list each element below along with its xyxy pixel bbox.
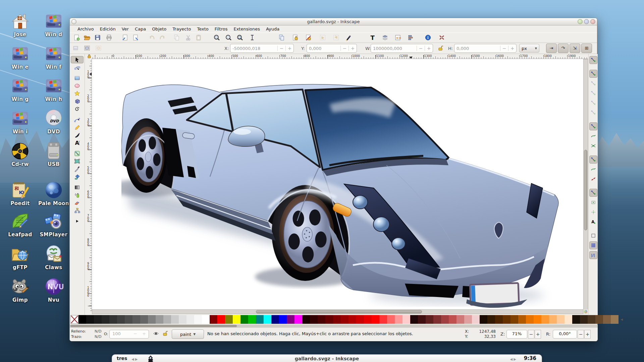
seldiff-icon[interactable]: [333, 34, 340, 42]
open-icon[interactable]: [84, 34, 91, 42]
palette-swatch[interactable]: [418, 315, 426, 324]
palette-swatch[interactable]: [341, 315, 348, 324]
ibeam-icon[interactable]: [249, 34, 256, 42]
zoom-field[interactable]: 71%: [506, 330, 527, 339]
tool-tweak[interactable]: [71, 158, 84, 165]
tool-dropper[interactable]: [71, 165, 84, 173]
tool-text[interactable]: A: [71, 139, 84, 146]
taskbar-window-title[interactable]: gallardo.svgz - Inkscape: [112, 356, 542, 361]
desktop-icon-gimp[interactable]: Gimp: [1, 276, 39, 303]
layers-icon[interactable]: [382, 34, 389, 42]
fillstroke-icon[interactable]: [345, 34, 353, 42]
desktop-icon-win-d[interactable]: Win d: [35, 10, 72, 38]
window-titlebar[interactable]: gallardo.svgz - Inkscape: [70, 18, 597, 25]
palette-swatch[interactable]: [426, 315, 433, 324]
pref-icon[interactable]: [438, 34, 446, 42]
palette-swatch[interactable]: [333, 315, 341, 324]
snap-others-button[interactable]: [589, 189, 597, 197]
xml-icon[interactable]: <>: [394, 34, 402, 42]
snap-smooth-button[interactable]: [589, 165, 597, 173]
palette-swatch[interactable]: [611, 315, 619, 324]
selsame-icon[interactable]: [319, 34, 327, 42]
tool-node[interactable]: [71, 64, 84, 71]
no-color-swatch[interactable]: [70, 315, 78, 324]
palette-swatch[interactable]: [163, 315, 171, 324]
tool-spiral[interactable]: [71, 105, 84, 113]
palette-swatch[interactable]: [379, 315, 387, 324]
text-icon[interactable]: T: [369, 34, 376, 42]
import-icon[interactable]: [122, 34, 129, 42]
new-icon[interactable]: [73, 34, 80, 42]
y-field[interactable]: 0,000 −+: [307, 44, 357, 53]
vertical-ruler[interactable]: 1002003004005006007008009001000: [87, 59, 92, 311]
snap-bbox-corner-button[interactable]: [589, 89, 597, 97]
palette-swatch[interactable]: [225, 315, 233, 324]
save-icon[interactable]: [94, 34, 102, 42]
menu-texto[interactable]: Texto: [194, 26, 212, 32]
desktop-icon-usb[interactable]: USB: [35, 140, 72, 167]
palette-swatch[interactable]: [148, 315, 156, 324]
palette-swatch[interactable]: [233, 315, 240, 324]
palette-swatch[interactable]: [372, 315, 379, 324]
vertical-scrollbar-thumb[interactable]: [584, 150, 587, 230]
snap-bbox-button[interactable]: [589, 70, 597, 78]
affect-move-toggle[interactable]: ⇥: [546, 44, 557, 53]
palette-scrollbar-thumb[interactable]: [70, 325, 237, 327]
snap-path-intersection-button[interactable]: [589, 142, 597, 150]
palette-swatch[interactable]: [495, 315, 503, 324]
snap-nodes-button[interactable]: [589, 122, 597, 130]
palette-swatch[interactable]: [387, 315, 395, 324]
horizontal-ruler[interactable]: 0100200300400500600700800900100011001200…: [92, 54, 588, 59]
menu-trayecto[interactable]: Trayecto: [169, 26, 194, 32]
tool-selector[interactable]: [71, 56, 84, 63]
redo-icon[interactable]: [159, 34, 166, 42]
select-all-icon[interactable]: [72, 45, 80, 52]
tool-ellipse[interactable]: [71, 82, 84, 89]
taskbar-right-arrow[interactable]: ◀ ▶: [510, 357, 516, 361]
palette-swatch[interactable]: [94, 315, 102, 324]
desktop-icon-poedit[interactable]: 和ЮPoedit: [1, 179, 39, 206]
zoom-plus-button[interactable]: +: [535, 330, 541, 339]
palette-swatch[interactable]: [318, 315, 325, 324]
rotation-plus-button[interactable]: +: [584, 330, 591, 339]
palette-swatch[interactable]: [457, 315, 464, 324]
palette-swatch[interactable]: [518, 315, 526, 324]
tool-box3d[interactable]: [71, 98, 84, 105]
horizontal-scrollbar[interactable]: [92, 309, 583, 314]
maximize-button[interactable]: [584, 19, 589, 24]
zoompage-icon[interactable]: [236, 34, 244, 42]
desktop-icon-win-e[interactable]: Win e: [1, 43, 39, 70]
rotation-field[interactable]: 0,00°: [553, 330, 577, 339]
tool-pen[interactable]: [71, 116, 84, 123]
layer-lock-icon[interactable]: [162, 330, 168, 337]
palette-swatch[interactable]: [194, 315, 202, 324]
desktop-icon-win-g[interactable]: Win g: [1, 75, 39, 102]
palette-swatch[interactable]: [202, 315, 210, 324]
desktop-icon-claws[interactable]: Claws: [35, 243, 72, 270]
snap-bbox-center-button[interactable]: [589, 109, 597, 117]
menu-edicion[interactable]: Edición: [97, 26, 119, 32]
palette-swatch[interactable]: [102, 315, 109, 324]
palette-swatch[interactable]: [356, 315, 364, 324]
close-button[interactable]: [590, 19, 595, 24]
menu-objeto[interactable]: Objeto: [149, 26, 169, 32]
desktop-icon-leafpad[interactable]: Leafpad: [1, 210, 39, 238]
tool-diagram[interactable]: [71, 207, 84, 214]
menu-archivo[interactable]: Archivo: [74, 26, 97, 32]
palette-swatch[interactable]: [595, 315, 603, 324]
paste-icon[interactable]: [195, 34, 203, 42]
palette-swatch[interactable]: [364, 315, 372, 324]
palette-swatch[interactable]: [433, 315, 441, 324]
h-field[interactable]: 0,000 −+: [454, 44, 517, 53]
tool-gradient[interactable]: [71, 184, 84, 191]
palette-swatch[interactable]: [410, 315, 418, 324]
cut-icon[interactable]: [185, 34, 192, 42]
palette-swatch[interactable]: [86, 315, 94, 324]
layer-visibility-icon[interactable]: [153, 330, 159, 337]
unit-selector[interactable]: px▼: [519, 44, 539, 53]
snap-cusp-button[interactable]: [589, 156, 597, 164]
palette-swatch[interactable]: [526, 315, 534, 324]
canvas[interactable]: [92, 59, 586, 311]
desktop-icon-pale-moon[interactable]: Pale Moon: [35, 179, 72, 206]
align-icon[interactable]: [407, 34, 415, 42]
